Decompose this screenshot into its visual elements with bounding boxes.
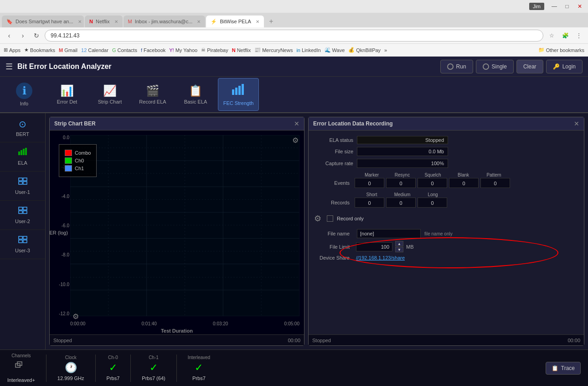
- strip-chart-footer: Stopped 00:00: [50, 334, 304, 345]
- svg-rect-5: [21, 150, 22, 155]
- content-area: ⊙ BERT ELA: [0, 113, 588, 349]
- records-col-long: Long: [418, 192, 448, 197]
- ela-status-footer: Stopped: [312, 338, 331, 343]
- error-det-label: Error Det: [57, 99, 77, 104]
- status-bar: Channels Interleaved+ Clock 🕐 12.999 GHz…: [0, 349, 588, 386]
- ela-status-value: Stopped: [357, 136, 448, 144]
- bookmark-other[interactable]: 📁 Other bookmarks: [538, 47, 584, 53]
- new-tab-btn[interactable]: +: [265, 16, 278, 27]
- bookmark-netflix[interactable]: N Netflix: [232, 47, 251, 53]
- toolbar-item-info[interactable]: ℹ Info: [4, 78, 45, 111]
- calendar-icon: 12: [81, 47, 87, 53]
- fec-icon: [231, 83, 246, 99]
- strip-chart-close-icon[interactable]: ✕: [294, 120, 299, 127]
- tab-close-icon[interactable]: ✕: [256, 19, 259, 24]
- tab-inbox[interactable]: M Inbox - jim.waschura@c... ✕: [124, 16, 206, 27]
- bookmark-btn[interactable]: ☆: [546, 30, 557, 41]
- tab-close-icon[interactable]: ✕: [197, 19, 201, 24]
- file-name-input[interactable]: [357, 229, 421, 238]
- status-div2: [95, 355, 96, 382]
- ela-close-icon[interactable]: ✕: [574, 120, 579, 127]
- file-limit-area: File Limit ▲ ▼ MB Device Share //192.168…: [312, 241, 580, 263]
- svg-rect-14: [19, 211, 22, 214]
- key-icon: 🔑: [553, 63, 560, 70]
- file-limit-up-btn[interactable]: ▲: [395, 241, 403, 246]
- refresh-btn[interactable]: ↻: [31, 30, 42, 41]
- file-limit-unit: MB: [406, 244, 414, 250]
- bookmark-facebook[interactable]: f Facebook: [141, 47, 165, 53]
- tab-bitwise[interactable]: ⚡ BitWise PELA ✕: [206, 16, 263, 27]
- sidebar-item-user2[interactable]: User-2: [0, 201, 45, 230]
- hamburger-icon[interactable]: ☰: [5, 62, 13, 72]
- toolbar-item-record-ela[interactable]: 🎬 Record ELA: [132, 78, 173, 111]
- info-icon: ℹ: [16, 83, 32, 99]
- login-button[interactable]: 🔑 Login: [546, 60, 583, 73]
- bookmark-apps[interactable]: ⊞ Apps: [4, 47, 21, 53]
- maximize-btn[interactable]: □: [562, 2, 572, 11]
- record-only-checkbox[interactable]: [327, 215, 333, 222]
- legend-ch1: Ch1: [65, 165, 91, 172]
- browser-titlebar: Jim — □ ✕: [0, 0, 588, 13]
- tab-close-icon[interactable]: ✕: [78, 19, 82, 24]
- toolbar-item-fec-strength[interactable]: FEC Strength: [218, 78, 259, 111]
- svg-rect-2: [238, 86, 241, 95]
- bookmark-linkedin[interactable]: in LinkedIn: [296, 47, 320, 53]
- extensions-btn[interactable]: 🧩: [560, 30, 571, 41]
- bookmark-wave[interactable]: 🌊 Wave: [325, 47, 345, 53]
- clear-button[interactable]: Clear: [516, 60, 543, 73]
- events-val-4: 0: [480, 178, 510, 188]
- bookmark-gmail[interactable]: M Gmail: [59, 47, 77, 53]
- tab-label: BitWise PELA: [220, 19, 251, 24]
- chart-container: BER (log): [50, 130, 304, 334]
- toolbar-item-error-det[interactable]: 📊 Error Det: [46, 78, 88, 111]
- single-button[interactable]: Single: [476, 60, 514, 73]
- bookmark-qkn[interactable]: 💰 QknBillPay: [348, 47, 381, 53]
- strip-chart-icon: 📈: [103, 84, 117, 97]
- sidebar-item-ela[interactable]: ELA: [0, 142, 45, 172]
- toolbar-item-basic-ela[interactable]: 📋 Basic ELA: [175, 78, 216, 111]
- minimize-btn[interactable]: —: [550, 2, 559, 11]
- tab-label: Netflix: [96, 19, 110, 24]
- trace-button[interactable]: 📋 Trace: [546, 362, 581, 375]
- bookmark-piratebay[interactable]: ☠ Piratebay: [201, 47, 228, 53]
- back-btn[interactable]: ‹: [4, 30, 15, 41]
- bookmark-yahoo[interactable]: Y! My Yahoo: [169, 47, 197, 53]
- sidebar-item-user1[interactable]: User-1: [0, 172, 45, 201]
- bookmark-calendar[interactable]: 12 Calendar: [81, 47, 108, 53]
- clock-label: Clock: [65, 355, 77, 360]
- device-share-link[interactable]: //192.168.1.123/share: [356, 255, 405, 261]
- bookmark-mercury[interactable]: 📰 MercuryNews: [254, 47, 293, 53]
- channels-status: Channels Interleaved+: [7, 353, 35, 383]
- ela-panel: Error Location Data Recording ✕ ELA stat…: [308, 117, 584, 346]
- trace-icon: 📋: [552, 365, 558, 371]
- tab-close-icon[interactable]: ✕: [114, 19, 118, 24]
- strip-chart-time: 00:00: [288, 338, 300, 343]
- close-btn[interactable]: ✕: [575, 2, 584, 11]
- chart-gear-icon[interactable]: ⚙: [72, 312, 79, 321]
- bookmark-contacts[interactable]: G Contacts: [112, 47, 137, 53]
- qkn-label: QknBillPay: [356, 47, 381, 53]
- sidebar-item-user3[interactable]: User-3: [0, 230, 45, 259]
- file-limit-down-btn[interactable]: ▼: [395, 247, 403, 252]
- run-button[interactable]: Run: [440, 60, 473, 73]
- piratebay-label: Piratebay: [207, 47, 228, 53]
- tab-netflix[interactable]: N Netflix ✕: [85, 16, 123, 27]
- ela-gear-icon[interactable]: ⚙: [312, 212, 323, 225]
- svg-rect-16: [19, 236, 22, 239]
- sidebar-item-bert[interactable]: ⊙ BERT: [0, 113, 45, 142]
- bookmark-bookmarks[interactable]: ★ Bookmarks: [24, 47, 55, 53]
- header-buttons: Run Single Clear 🔑 Login: [440, 60, 583, 73]
- toolbar-item-strip-chart[interactable]: 📈 Strip Chart: [89, 78, 130, 111]
- linkedin-label: LinkedIn: [302, 47, 321, 53]
- settings-btn[interactable]: ⋮: [573, 30, 584, 41]
- svg-rect-8: [19, 178, 22, 181]
- bookmark-more[interactable]: »: [384, 47, 387, 53]
- file-limit-input[interactable]: [356, 242, 392, 251]
- chart-settings-icon[interactable]: ⚙: [292, 136, 299, 145]
- tab-icon: N: [89, 19, 93, 24]
- user2-icon: [18, 206, 28, 217]
- info-label: Info: [20, 101, 28, 106]
- address-bar[interactable]: 99.4.121.43: [45, 30, 543, 42]
- forward-btn[interactable]: ›: [17, 30, 28, 41]
- tab-smartgwt[interactable]: 🔖 Does Smartgwt have an... ✕: [2, 16, 84, 27]
